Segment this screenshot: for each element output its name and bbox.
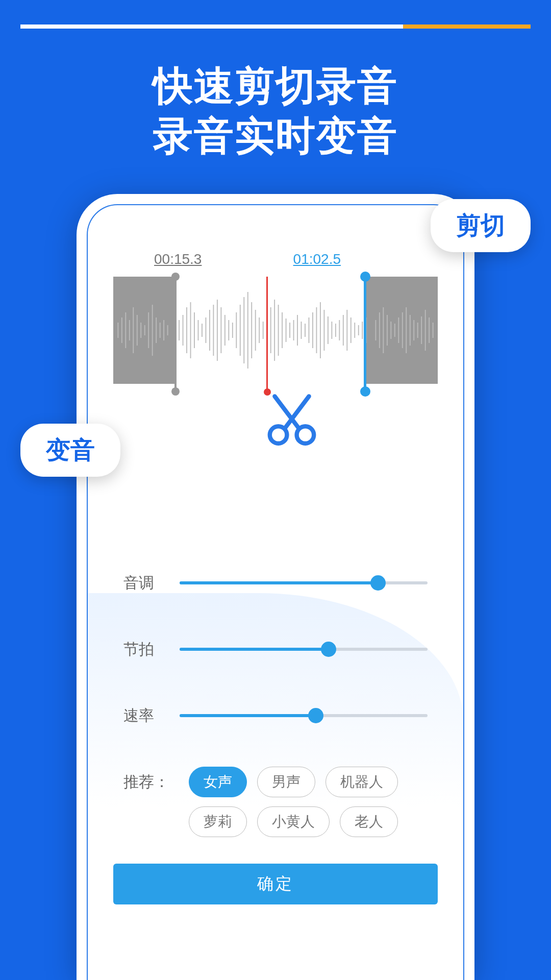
svg-point-85 — [289, 416, 294, 421]
slider-label-tempo: 节拍 — [123, 639, 180, 660]
headline-line-2: 录音实时变音 — [0, 111, 551, 161]
trim-end-time[interactable]: 01:02.5 — [293, 251, 341, 267]
voice-change-panel: 音调 节拍 速率 — [88, 532, 463, 980]
preset-row: 推荐： 女声 男声 机器人 萝莉 小黄人 老人 — [123, 767, 438, 837]
slider-thumb[interactable] — [321, 642, 336, 657]
slider-thumb[interactable] — [308, 708, 323, 723]
phone-frame: 00:15.3 01:02.5 — [77, 194, 474, 980]
headline: 快速剪切录音 录音实时变音 — [0, 61, 551, 161]
headline-line-1: 快速剪切录音 — [0, 61, 551, 111]
badge-voice-change: 变音 — [20, 424, 120, 477]
preset-loli[interactable]: 萝莉 — [189, 806, 247, 837]
slider-row-speed: 速率 — [123, 700, 428, 731]
playhead[interactable] — [266, 277, 268, 391]
waveform-icon — [113, 277, 438, 384]
slider-thumb[interactable] — [370, 575, 386, 591]
progress-bar — [20, 24, 531, 29]
preset-pill-group: 女声 男声 机器人 萝莉 小黄人 老人 — [189, 767, 438, 837]
trim-start-time[interactable]: 00:15.3 — [154, 251, 202, 267]
slider-label-speed: 速率 — [123, 705, 180, 726]
slider-speed[interactable] — [180, 714, 428, 717]
slider-fill — [180, 714, 316, 717]
slider-fill — [180, 648, 329, 651]
slider-fill — [180, 581, 378, 584]
slider-row-tempo: 节拍 — [123, 634, 428, 665]
confirm-button[interactable]: 确定 — [113, 864, 438, 904]
slider-row-pitch: 音调 — [123, 568, 428, 598]
slider-tempo[interactable] — [180, 648, 428, 651]
audio-trim-section: 00:15.3 01:02.5 — [113, 251, 438, 445]
badge-cut: 剪切 — [431, 199, 531, 252]
slider-label-pitch: 音调 — [123, 573, 180, 594]
slider-pitch[interactable] — [180, 581, 428, 584]
preset-label: 推荐： — [123, 767, 180, 793]
progress-segment-current — [403, 24, 531, 29]
preset-elder[interactable]: 老人 — [340, 806, 398, 837]
scissors-icon — [261, 389, 322, 450]
preset-male[interactable]: 男声 — [257, 767, 315, 797]
trim-handle-start[interactable] — [174, 277, 177, 391]
preset-robot[interactable]: 机器人 — [325, 767, 398, 797]
phone-screen: 00:15.3 01:02.5 — [87, 204, 464, 980]
trim-handle-end[interactable] — [364, 277, 366, 391]
progress-segment-complete — [20, 24, 403, 29]
preset-minion[interactable]: 小黄人 — [257, 806, 330, 837]
waveform-area[interactable] — [113, 277, 438, 384]
preset-female[interactable]: 女声 — [189, 767, 247, 797]
